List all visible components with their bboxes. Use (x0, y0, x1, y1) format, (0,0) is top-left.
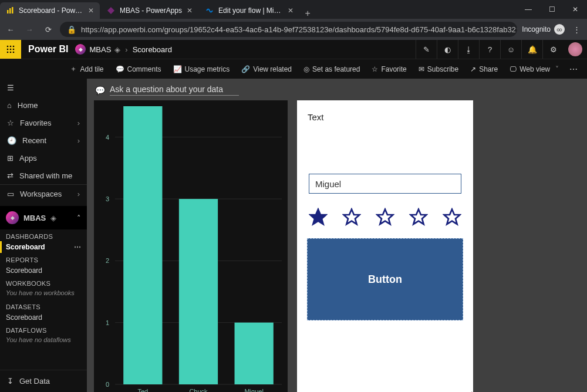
left-navigation: ☰ ⌂Home ☆Favorites› 🕘Recent› ⊞Apps ⇄Shar… (0, 79, 87, 392)
resize-handle-icon[interactable]: ◢ (465, 388, 472, 392)
maximize-button[interactable]: ☐ (540, 0, 564, 19)
qna-bar[interactable]: 💬 Ask a question about your data (87, 79, 587, 100)
incognito-label: Incognito (522, 25, 551, 33)
svg-marker-32 (344, 209, 360, 224)
svg-rect-25 (123, 106, 162, 384)
nav-favorites-label: Favorites (20, 119, 51, 127)
webview-label: Web view (519, 65, 550, 73)
set-featured-button[interactable]: ◎Set as featured (298, 59, 366, 79)
close-icon[interactable]: ✕ (288, 6, 294, 15)
close-icon[interactable]: ✕ (88, 6, 94, 15)
dataset-item-scoreboard[interactable]: Scoreboard (0, 312, 87, 323)
chevron-right-icon: › (77, 136, 80, 145)
subscribe-button[interactable]: ✉Subscribe (413, 59, 464, 79)
theme-icon[interactable]: ◐ (437, 40, 458, 59)
feedback-icon[interactable]: ☺ (500, 40, 521, 59)
dashboards-heading: DASHBOARDS (0, 229, 87, 241)
chevron-right-icon: › (77, 190, 80, 198)
nav-recent[interactable]: 🕘Recent› (0, 131, 87, 149)
close-window-button[interactable]: ✕ (564, 0, 587, 19)
close-icon[interactable]: ✕ (187, 6, 193, 15)
current-workspace[interactable]: ◆ MBAS ◈ ˄ (0, 206, 87, 229)
name-input[interactable]: Miguel (309, 174, 461, 194)
svg-rect-27 (179, 199, 218, 384)
star-3-icon[interactable] (376, 208, 394, 227)
usage-label: Usage metrics (185, 65, 230, 73)
submit-button[interactable]: Button (307, 238, 463, 320)
user-avatar[interactable] (568, 42, 582, 56)
star-2-icon[interactable] (342, 208, 361, 227)
powerbi-favicon-icon (6, 6, 14, 15)
incognito-icon (554, 24, 565, 35)
download-icon[interactable]: ⭳ (458, 40, 479, 59)
dashboard-item-label: Scoreboard (6, 243, 45, 251)
edit-icon[interactable]: ✎ (416, 40, 437, 59)
webview-icon: 🖵 (510, 65, 517, 73)
powerapps-favicon-icon (107, 6, 115, 15)
comments-label: Comments (127, 65, 161, 73)
nav-apps[interactable]: ⊞Apps (0, 149, 87, 167)
settings-icon[interactable]: ⚙ (542, 40, 564, 59)
rating-control[interactable] (309, 208, 461, 227)
svg-text:0: 0 (106, 381, 109, 388)
nav-favorites[interactable]: ☆Favorites› (0, 114, 87, 131)
svg-marker-35 (444, 209, 460, 224)
main-area: ☰ ⌂Home ☆Favorites› 🕘Recent› ⊞Apps ⇄Shar… (0, 79, 587, 392)
star-4-icon[interactable] (409, 208, 428, 227)
nav-collapse-button[interactable]: ☰ (0, 79, 87, 96)
web-view-button[interactable]: 🖵Web view˅ (504, 59, 565, 79)
usage-metrics-button[interactable]: 📈Usage metrics (167, 59, 236, 79)
share-button[interactable]: ↗Share (464, 59, 504, 79)
svg-point-10 (10, 49, 12, 50)
more-icon[interactable]: ⋯ (74, 243, 81, 251)
svg-point-9 (7, 49, 9, 50)
svg-marker-31 (311, 209, 326, 224)
chat-icon: 💬 (95, 86, 105, 95)
notifications-icon[interactable]: 🔔 (521, 40, 542, 59)
svg-point-7 (10, 46, 12, 48)
nav-home[interactable]: ⌂Home (0, 96, 87, 114)
report-item-scoreboard[interactable]: Scoreboard (0, 265, 87, 276)
star-1-icon[interactable] (309, 208, 328, 227)
reload-button[interactable]: ⟳ (41, 22, 55, 36)
hamburger-icon: ☰ (7, 83, 14, 92)
nav-shared[interactable]: ⇄Shared with me (0, 167, 87, 184)
workspaces-icon: ▭ (7, 190, 14, 198)
svg-point-13 (10, 52, 12, 53)
workspace-name: MBAS (89, 45, 111, 54)
svg-point-4 (557, 29, 559, 31)
app-launcher-icon[interactable] (0, 40, 21, 59)
bookmark-icon[interactable]: ☆ (516, 25, 517, 34)
home-icon: ⌂ (7, 101, 12, 110)
comments-button[interactable]: 💬Comments (110, 59, 167, 79)
get-data-button[interactable]: ↧Get Data (0, 370, 87, 392)
browser-tab-0[interactable]: Scoreboard - Power BI ✕ (0, 2, 100, 19)
current-workspace-label: MBAS (23, 214, 46, 222)
back-button[interactable]: ← (4, 22, 18, 36)
workspace-breadcrumb[interactable]: ◆ MBAS ◈ (75, 44, 120, 55)
favorite-button[interactable]: ☆Favorite (366, 59, 412, 79)
address-bar[interactable]: 🔒 https://app.powerbi.com/groups/19652c4… (60, 22, 517, 37)
browser-tab-1[interactable]: MBAS - PowerApps ✕ (101, 2, 198, 19)
new-tab-button[interactable]: + (301, 8, 315, 19)
more-options-button[interactable]: ⋯ (565, 65, 582, 74)
app-title-label: Text (308, 112, 463, 122)
add-tile-button[interactable]: ＋Add tile (64, 59, 109, 79)
view-related-button[interactable]: 🔗View related (235, 59, 298, 79)
powerapps-tile[interactable]: Text Miguel Button ◢ (297, 100, 473, 392)
nav-workspaces-label: Workspaces (20, 190, 62, 198)
premium-icon: ◈ (50, 214, 56, 222)
chart-tile[interactable]: 01234TedChuckMiguel (94, 100, 288, 392)
nav-workspaces[interactable]: ▭Workspaces› (0, 185, 87, 202)
menu-button[interactable]: ⋮ (569, 22, 583, 36)
nav-home-label: Home (18, 101, 38, 110)
dashboard-item-scoreboard[interactable]: Scoreboard⋯ (0, 241, 87, 253)
help-icon[interactable]: ? (479, 40, 500, 59)
star-icon: ☆ (372, 65, 378, 73)
star-5-icon[interactable] (443, 208, 461, 227)
browser-tab-2[interactable]: Edit your flow | Microsoft Flow ✕ (200, 2, 299, 19)
browser-titlebar: Scoreboard - Power BI ✕ MBAS - PowerApps… (0, 0, 587, 19)
chevron-right-icon: › (120, 45, 132, 54)
minimize-button[interactable]: — (517, 0, 540, 19)
forward-button[interactable]: → (22, 22, 36, 36)
